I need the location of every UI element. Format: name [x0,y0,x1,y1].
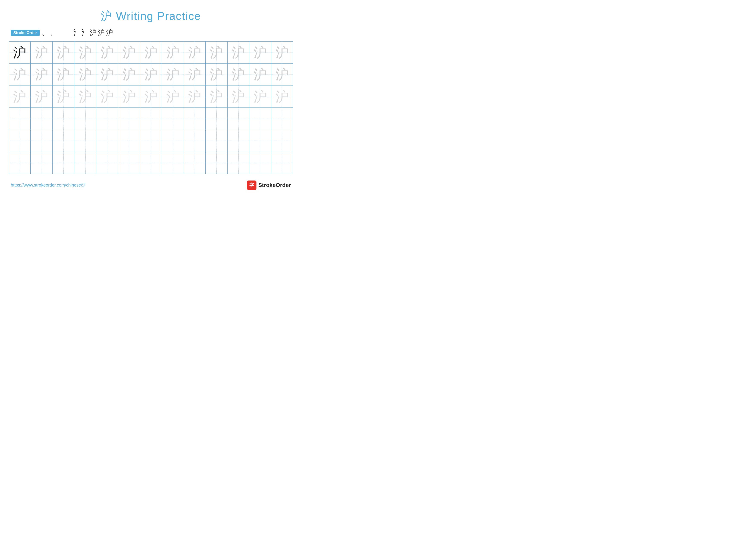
grid-cell-r1c10[interactable]: 沪 [205,41,228,63]
grid-cell-r1c13[interactable]: 沪 [271,41,293,63]
grid-cell-r4c1[interactable] [9,108,31,129]
grid-cell-r4c10[interactable] [205,108,228,129]
char-guide: 沪 [210,90,223,103]
grid-cell-r4c3[interactable] [53,108,74,129]
grid-cell-r2c7[interactable]: 沪 [140,64,162,85]
grid-cell-r6c5[interactable] [96,152,118,174]
grid-cell-r2c8[interactable]: 沪 [162,64,184,85]
grid-cell-r5c3[interactable] [53,130,74,152]
grid-cell-r5c13[interactable] [271,130,293,152]
footer-logo: 字 StrokeOrder [247,181,291,190]
grid-row-3: 沪 沪 沪 沪 沪 沪 沪 沪 沪 沪 沪 沪 [9,86,293,108]
grid-cell-r4c2[interactable] [31,108,52,129]
grid-cell-r3c12[interactable]: 沪 [249,86,271,108]
grid-cell-r6c9[interactable] [184,152,205,174]
grid-cell-r6c3[interactable] [53,152,74,174]
grid-cell-r3c9[interactable]: 沪 [184,86,205,108]
grid-cell-r5c12[interactable] [249,130,271,152]
grid-cell-r2c13[interactable]: 沪 [271,64,293,85]
grid-cell-r3c13[interactable]: 沪 [271,86,293,108]
grid-cell-r2c10[interactable]: 沪 [205,64,228,85]
grid-cell-r5c11[interactable] [228,130,249,152]
grid-cell-r6c13[interactable] [271,152,293,174]
grid-cell-r5c4[interactable] [74,130,96,152]
char-guide: 沪 [35,68,48,81]
char-guide: 沪 [79,90,92,103]
grid-cell-r2c3[interactable]: 沪 [53,64,74,85]
grid-cell-r4c9[interactable] [184,108,205,129]
grid-cell-r6c1[interactable] [9,152,31,174]
grid-cell-r4c13[interactable] [271,108,293,129]
grid-cell-r4c7[interactable] [140,108,162,129]
footer-url[interactable]: https://www.strokeorder.com/chinese/沪 [11,182,86,188]
grid-cell-r1c7[interactable]: 沪 [140,41,162,63]
grid-cell-r1c9[interactable]: 沪 [184,41,205,63]
grid-cell-r4c12[interactable] [249,108,271,129]
grid-cell-r3c3[interactable]: 沪 [53,86,74,108]
grid-cell-r1c3[interactable]: 沪 [53,41,74,63]
grid-cell-r3c11[interactable]: 沪 [228,86,249,108]
char-guide: 沪 [144,68,157,81]
grid-cell-r1c5[interactable]: 沪 [96,41,118,63]
grid-cell-r3c10[interactable]: 沪 [205,86,228,108]
grid-cell-r6c4[interactable] [74,152,96,174]
char-guide: 沪 [188,90,201,103]
grid-cell-r3c6[interactable]: 沪 [118,86,140,108]
grid-cell-r2c6[interactable]: 沪 [118,64,140,85]
grid-cell-r2c4[interactable]: 沪 [74,64,96,85]
footer-logo-text: StrokeOrder [258,182,291,189]
grid-cell-r5c2[interactable] [31,130,52,152]
grid-cell-r5c9[interactable] [184,130,205,152]
grid-cell-r1c4[interactable]: 沪 [74,41,96,63]
grid-cell-r2c1[interactable]: 沪 [9,64,31,85]
grid-cell-r1c6[interactable]: 沪 [118,41,140,63]
grid-row-5 [9,130,293,152]
grid-cell-r4c8[interactable] [162,108,184,129]
grid-cell-r6c8[interactable] [162,152,184,174]
char-guide: 沪 [57,68,70,81]
grid-cell-r2c5[interactable]: 沪 [96,64,118,85]
grid-cell-r5c6[interactable] [118,130,140,152]
grid-cell-r5c8[interactable] [162,130,184,152]
char-guide: 沪 [188,68,201,81]
grid-cell-r3c7[interactable]: 沪 [140,86,162,108]
grid-cell-r4c6[interactable] [118,108,140,129]
grid-cell-r1c8[interactable]: 沪 [162,41,184,63]
grid-cell-r3c5[interactable]: 沪 [96,86,118,108]
char-guide: 沪 [188,46,201,59]
grid-cell-r3c4[interactable]: 沪 [74,86,96,108]
stroke-char-5: 氵 [81,28,88,38]
grid-cell-r3c2[interactable]: 沪 [31,86,52,108]
grid-cell-r5c7[interactable] [140,130,162,152]
char-guide: 沪 [275,68,289,81]
grid-row-1: 沪 沪 沪 沪 沪 沪 沪 沪 沪 沪 沪 沪 [9,41,293,64]
page-title: 沪 Writing Practice [9,9,293,24]
grid-cell-r4c5[interactable] [96,108,118,129]
char-guide: 沪 [122,68,136,81]
grid-cell-r3c8[interactable]: 沪 [162,86,184,108]
char-guide: 沪 [166,90,179,103]
grid-cell-r1c1[interactable]: 沪 [9,41,31,63]
grid-cell-r6c10[interactable] [205,152,228,174]
grid-cell-r5c5[interactable] [96,130,118,152]
char-guide: 沪 [166,46,179,59]
grid-cell-r3c1[interactable]: 沪 [9,86,31,108]
grid-cell-r6c12[interactable] [249,152,271,174]
grid-cell-r6c2[interactable] [31,152,52,174]
grid-cell-r1c2[interactable]: 沪 [31,41,52,63]
grid-cell-r1c12[interactable]: 沪 [249,41,271,63]
grid-cell-r2c9[interactable]: 沪 [184,64,205,85]
grid-cell-r2c12[interactable]: 沪 [249,64,271,85]
grid-cell-r5c1[interactable] [9,130,31,152]
grid-cell-r4c4[interactable] [74,108,96,129]
grid-cell-r4c11[interactable] [228,108,249,129]
char-solid: 沪 [13,46,26,59]
stroke-order-chars: 、 、 氵 氵 沪 沪 沪 [42,28,113,38]
grid-cell-r5c10[interactable] [205,130,228,152]
grid-cell-r1c11[interactable]: 沪 [228,41,249,63]
grid-cell-r6c11[interactable] [228,152,249,174]
grid-cell-r2c11[interactable]: 沪 [228,64,249,85]
grid-cell-r6c7[interactable] [140,152,162,174]
grid-cell-r2c2[interactable]: 沪 [31,64,52,85]
grid-cell-r6c6[interactable] [118,152,140,174]
